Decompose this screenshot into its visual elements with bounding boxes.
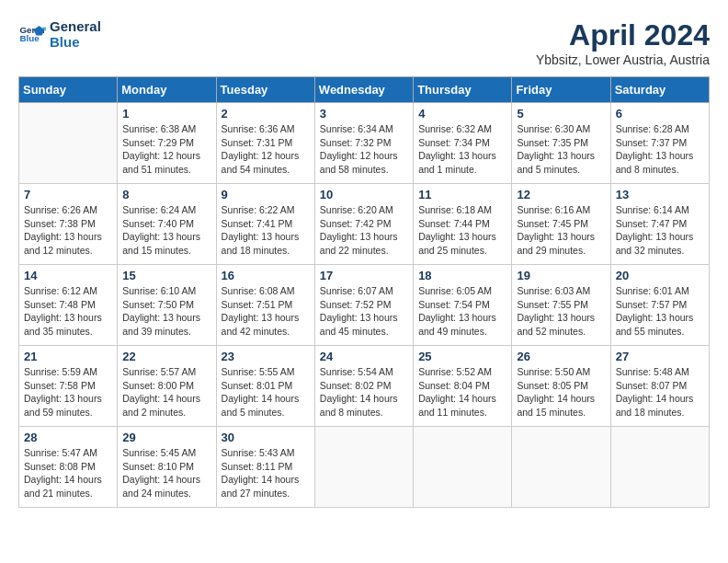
calendar-cell: 26Sunrise: 5:50 AMSunset: 8:05 PMDayligh… <box>512 346 610 427</box>
day-number: 17 <box>320 269 408 282</box>
day-number: 23 <box>222 350 310 363</box>
location: Ybbsitz, Lower Austria, Austria <box>536 52 710 67</box>
day-number: 9 <box>222 188 310 201</box>
calendar-cell: 27Sunrise: 5:48 AMSunset: 8:07 PMDayligh… <box>610 346 709 427</box>
weekday-header-friday: Friday <box>512 77 610 103</box>
calendar-week-row: 7Sunrise: 6:26 AMSunset: 7:38 PMDaylight… <box>19 184 710 265</box>
day-info: Sunrise: 5:52 AMSunset: 8:04 PMDaylight:… <box>418 365 506 419</box>
day-number: 4 <box>418 107 506 121</box>
day-number: 13 <box>616 188 704 201</box>
day-info: Sunrise: 6:16 AMSunset: 7:45 PMDaylight:… <box>517 203 605 258</box>
day-info: Sunrise: 6:20 AMSunset: 7:42 PMDaylight:… <box>320 203 408 258</box>
day-info: Sunrise: 5:48 AMSunset: 8:07 PMDaylight:… <box>616 365 704 419</box>
calendar-cell <box>19 103 118 184</box>
day-number: 19 <box>517 269 605 282</box>
day-info: Sunrise: 6:07 AMSunset: 7:52 PMDaylight:… <box>320 284 408 339</box>
day-number: 29 <box>122 431 210 444</box>
weekday-header-saturday: Saturday <box>610 77 709 103</box>
day-info: Sunrise: 6:32 AMSunset: 7:34 PMDaylight:… <box>418 122 506 177</box>
day-number: 1 <box>122 107 210 121</box>
day-info: Sunrise: 5:57 AMSunset: 8:00 PMDaylight:… <box>122 365 210 419</box>
calendar-cell <box>414 427 512 508</box>
weekday-header-monday: Monday <box>118 77 216 103</box>
calendar-week-row: 28Sunrise: 5:47 AMSunset: 8:08 PMDayligh… <box>19 427 710 508</box>
day-number: 10 <box>320 188 408 201</box>
day-number: 2 <box>222 107 310 121</box>
calendar-cell: 12Sunrise: 6:16 AMSunset: 7:45 PMDayligh… <box>512 184 610 265</box>
day-info: Sunrise: 5:43 AMSunset: 8:11 PMDaylight:… <box>222 446 310 500</box>
day-number: 7 <box>24 188 112 201</box>
day-info: Sunrise: 5:59 AMSunset: 7:58 PMDaylight:… <box>24 365 112 419</box>
weekday-header-tuesday: Tuesday <box>216 77 314 103</box>
day-number: 5 <box>517 107 605 121</box>
calendar-cell: 23Sunrise: 5:55 AMSunset: 8:01 PMDayligh… <box>216 346 314 427</box>
calendar-cell: 11Sunrise: 6:18 AMSunset: 7:44 PMDayligh… <box>414 184 512 265</box>
day-info: Sunrise: 6:14 AMSunset: 7:47 PMDaylight:… <box>616 203 704 258</box>
calendar-cell <box>314 427 413 508</box>
day-number: 11 <box>418 188 506 201</box>
calendar-cell: 24Sunrise: 5:54 AMSunset: 8:02 PMDayligh… <box>314 346 413 427</box>
calendar-cell <box>512 427 610 508</box>
logo: General Blue General Blue <box>18 18 101 50</box>
day-number: 16 <box>222 269 310 282</box>
day-info: Sunrise: 6:08 AMSunset: 7:51 PMDaylight:… <box>222 284 310 339</box>
calendar-cell: 2Sunrise: 6:36 AMSunset: 7:31 PMDaylight… <box>216 103 314 184</box>
calendar-cell: 29Sunrise: 5:45 AMSunset: 8:10 PMDayligh… <box>118 427 216 508</box>
day-info: Sunrise: 6:05 AMSunset: 7:54 PMDaylight:… <box>418 284 506 339</box>
logo-icon: General Blue <box>18 20 46 48</box>
logo-general: General <box>50 18 101 34</box>
day-info: Sunrise: 6:24 AMSunset: 7:40 PMDaylight:… <box>122 203 210 258</box>
day-info: Sunrise: 6:38 AMSunset: 7:29 PMDaylight:… <box>122 122 210 177</box>
day-number: 14 <box>24 269 112 282</box>
day-number: 22 <box>122 350 210 363</box>
day-info: Sunrise: 5:55 AMSunset: 8:01 PMDaylight:… <box>222 365 310 419</box>
day-info: Sunrise: 6:28 AMSunset: 7:37 PMDaylight:… <box>616 122 704 177</box>
calendar-cell: 4Sunrise: 6:32 AMSunset: 7:34 PMDaylight… <box>414 103 512 184</box>
day-number: 21 <box>24 350 112 363</box>
day-info: Sunrise: 5:50 AMSunset: 8:05 PMDaylight:… <box>517 365 605 419</box>
calendar-week-row: 14Sunrise: 6:12 AMSunset: 7:48 PMDayligh… <box>19 265 710 346</box>
day-info: Sunrise: 6:10 AMSunset: 7:50 PMDaylight:… <box>122 284 210 339</box>
day-number: 20 <box>616 269 704 282</box>
day-info: Sunrise: 5:54 AMSunset: 8:02 PMDaylight:… <box>320 365 408 419</box>
calendar-cell: 30Sunrise: 5:43 AMSunset: 8:11 PMDayligh… <box>216 427 314 508</box>
day-number: 3 <box>320 107 408 121</box>
calendar-cell: 21Sunrise: 5:59 AMSunset: 7:58 PMDayligh… <box>19 346 118 427</box>
calendar-cell: 8Sunrise: 6:24 AMSunset: 7:40 PMDaylight… <box>118 184 216 265</box>
calendar-cell: 14Sunrise: 6:12 AMSunset: 7:48 PMDayligh… <box>19 265 118 346</box>
weekday-header-sunday: Sunday <box>19 77 118 103</box>
calendar-cell: 19Sunrise: 6:03 AMSunset: 7:55 PMDayligh… <box>512 265 610 346</box>
calendar-cell: 18Sunrise: 6:05 AMSunset: 7:54 PMDayligh… <box>414 265 512 346</box>
day-number: 12 <box>517 188 605 201</box>
calendar-cell: 3Sunrise: 6:34 AMSunset: 7:32 PMDaylight… <box>314 103 413 184</box>
day-number: 26 <box>517 350 605 363</box>
day-info: Sunrise: 6:22 AMSunset: 7:41 PMDaylight:… <box>222 203 310 258</box>
logo-blue: Blue <box>50 34 101 50</box>
month-year: April 2024 <box>536 18 710 52</box>
calendar-cell: 15Sunrise: 6:10 AMSunset: 7:50 PMDayligh… <box>118 265 216 346</box>
calendar-cell: 17Sunrise: 6:07 AMSunset: 7:52 PMDayligh… <box>314 265 413 346</box>
calendar-cell: 1Sunrise: 6:38 AMSunset: 7:29 PMDaylight… <box>118 103 216 184</box>
calendar-cell: 7Sunrise: 6:26 AMSunset: 7:38 PMDaylight… <box>19 184 118 265</box>
calendar-cell: 28Sunrise: 5:47 AMSunset: 8:08 PMDayligh… <box>19 427 118 508</box>
calendar-cell: 22Sunrise: 5:57 AMSunset: 8:00 PMDayligh… <box>118 346 216 427</box>
day-info: Sunrise: 6:18 AMSunset: 7:44 PMDaylight:… <box>418 203 506 258</box>
calendar-cell: 9Sunrise: 6:22 AMSunset: 7:41 PMDaylight… <box>216 184 314 265</box>
calendar-cell: 5Sunrise: 6:30 AMSunset: 7:35 PMDaylight… <box>512 103 610 184</box>
day-info: Sunrise: 6:36 AMSunset: 7:31 PMDaylight:… <box>222 122 310 177</box>
calendar-cell: 10Sunrise: 6:20 AMSunset: 7:42 PMDayligh… <box>314 184 413 265</box>
calendar-table: SundayMondayTuesdayWednesdayThursdayFrid… <box>18 76 710 508</box>
day-number: 30 <box>222 431 310 444</box>
calendar-cell <box>610 427 709 508</box>
calendar-cell: 16Sunrise: 6:08 AMSunset: 7:51 PMDayligh… <box>216 265 314 346</box>
calendar-week-row: 21Sunrise: 5:59 AMSunset: 7:58 PMDayligh… <box>19 346 710 427</box>
day-info: Sunrise: 6:12 AMSunset: 7:48 PMDaylight:… <box>24 284 112 339</box>
calendar-cell: 13Sunrise: 6:14 AMSunset: 7:47 PMDayligh… <box>610 184 709 265</box>
weekday-header-thursday: Thursday <box>414 77 512 103</box>
day-number: 27 <box>616 350 704 363</box>
day-number: 6 <box>616 107 704 121</box>
day-info: Sunrise: 5:47 AMSunset: 8:08 PMDaylight:… <box>24 446 112 500</box>
day-info: Sunrise: 6:26 AMSunset: 7:38 PMDaylight:… <box>24 203 112 258</box>
day-info: Sunrise: 6:03 AMSunset: 7:55 PMDaylight:… <box>517 284 605 339</box>
day-number: 8 <box>122 188 210 201</box>
